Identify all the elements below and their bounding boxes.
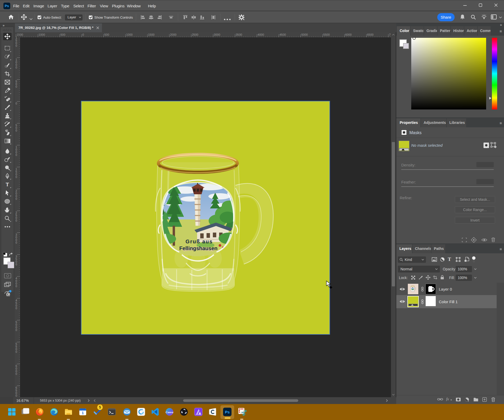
svg-text:Canva: Canva: [166, 411, 173, 414]
svg-text:Gruß aus: Gruß aus: [186, 239, 213, 244]
svg-text:Ps: Ps: [225, 410, 230, 414]
svg-text:1: 1: [82, 411, 84, 415]
svg-text:Fellingshausen: Fellingshausen: [179, 245, 218, 251]
